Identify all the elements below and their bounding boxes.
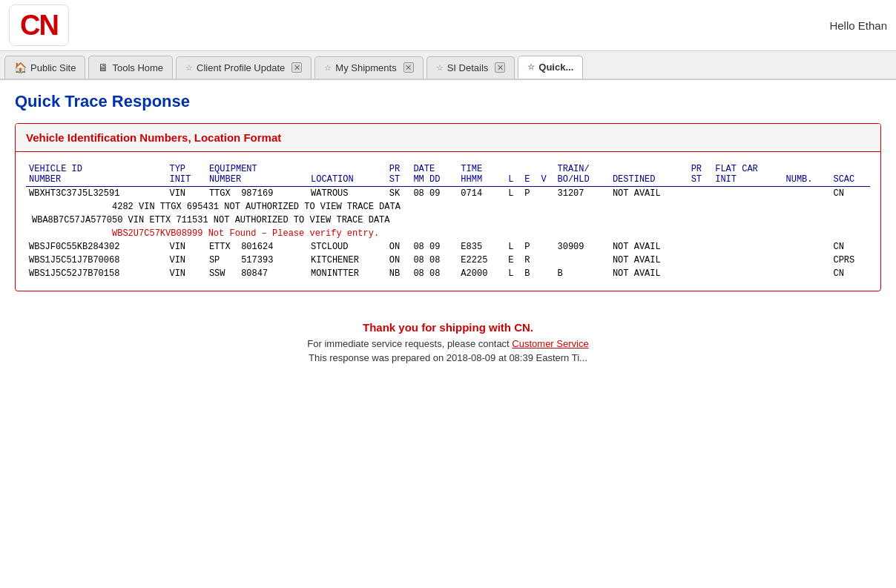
cell-pr-st2: [688, 254, 713, 267]
cell-destined: NOT AVAIL: [610, 267, 688, 280]
col-destined: DESTINED: [610, 162, 688, 187]
col-date: DATEMM DD: [410, 162, 458, 187]
col-e: E: [521, 162, 538, 187]
tab-public-site[interactable]: 🏠 Public Site: [4, 56, 85, 79]
cell-destined: NOT AVAIL: [610, 187, 688, 201]
cell-train: 30909: [555, 240, 610, 254]
col-flat-init: FLAT CARINIT: [712, 162, 783, 187]
tab-si-details[interactable]: ☆ SI Details ✕: [426, 56, 515, 79]
cell-scac: CN: [830, 240, 870, 254]
cell-message: WBA8B7C57JA577050 VIN ETTX 711531 NOT AU…: [26, 214, 870, 227]
footer-thank-you: Thank you for shipping with CN.: [30, 321, 866, 334]
cell-flat-init: [712, 267, 783, 280]
table-row: WBSJF0C55KB284302 VIN ETTX 801624 STCLOU…: [26, 240, 870, 254]
cell-e: P: [521, 187, 538, 201]
cell-pr-st: NB: [386, 267, 411, 280]
cell-v: [538, 254, 554, 267]
cell-vehicle-id: WBXHT3C37J5L32591: [26, 187, 166, 201]
cell-location: WATROUS: [308, 187, 386, 201]
col-train: TRAIN/BO/HLD: [555, 162, 610, 187]
cell-pr-st2: [688, 240, 713, 254]
cell-typ: VIN: [166, 187, 205, 201]
tab-label-si-details: SI Details: [447, 62, 489, 73]
cell-flat-init: [712, 240, 783, 254]
footer-contact: For immediate service requests, please c…: [30, 338, 866, 349]
cell-vehicle-id: WBS1J5C51J7B70068: [26, 254, 166, 267]
close-btn-my-shipments[interactable]: ✕: [403, 62, 414, 73]
footer-prepared: This response was prepared on 2018-08-09…: [30, 352, 866, 363]
footer-contact-text: For immediate service requests, please c…: [307, 338, 512, 349]
tab-my-shipments[interactable]: ☆ My Shipments ✕: [314, 56, 423, 79]
cell-flat-init: [712, 254, 783, 267]
cell-typ: VIN: [166, 267, 205, 280]
col-time: TIMEHHMM: [458, 162, 505, 187]
tabs-bar: 🏠 Public Site 🖥 Tools Home ☆ Client Prof…: [0, 51, 896, 80]
cell-time: E2225: [458, 254, 505, 267]
cell-destined: NOT AVAIL: [610, 240, 688, 254]
greeting-text: Hello Ethan: [829, 19, 887, 32]
cell-train: 31207: [555, 187, 610, 201]
close-btn-client-profile[interactable]: ✕: [291, 62, 302, 73]
cell-time: A2000: [458, 267, 505, 280]
cell-vehicle-id: WBSJF0C55KB284302: [26, 240, 166, 254]
table-header-row: VEHICLE IDNUMBER TYPINIT EQUIPMENTNUMBER…: [26, 162, 870, 187]
cell-flat-num: [783, 254, 831, 267]
cell-flat-init: [712, 187, 783, 201]
cell-pr-st2: [688, 187, 713, 201]
table-row: WBXHT3C37J5L32591 VIN TTGX 987169 WATROU…: [26, 187, 870, 201]
cell-date: 08 08: [410, 267, 458, 280]
pin-icon-si: ☆: [436, 63, 444, 73]
cell-time: E835: [458, 240, 505, 254]
cell-l: L: [505, 267, 521, 280]
tab-label-my-shipments: My Shipments: [335, 62, 396, 73]
cell-scac: CPRS: [830, 254, 870, 267]
tab-label-tools-home: Tools Home: [112, 62, 163, 73]
tab-tools-home[interactable]: 🖥 Tools Home: [88, 56, 173, 79]
table-row: WBS1J5C51J7B70068 VIN SP 517393 KITCHENE…: [26, 254, 870, 267]
cell-flat-num: [783, 267, 831, 280]
col-v: V: [538, 162, 554, 187]
pin-icon-shipments: ☆: [324, 63, 332, 73]
cell-time: 0714: [458, 187, 505, 201]
cell-date: 08 09: [410, 240, 458, 254]
footer-section: Thank you for shipping with CN. For imme…: [15, 306, 881, 378]
cell-typ: VIN: [166, 254, 205, 267]
col-l: L: [505, 162, 521, 187]
cell-pr-st2: [688, 267, 713, 280]
table-row: WBS1J5C52J7B70158 VIN SSW 80847 MONINTTE…: [26, 267, 870, 280]
cell-message: 4282 VIN TTGX 695431 NOT AUTHORIZED TO V…: [26, 200, 870, 214]
section-header-text: Vehicle Identification Numbers, Location…: [26, 131, 281, 144]
section-header: Vehicle Identification Numbers, Location…: [16, 124, 880, 152]
cell-v: [538, 187, 554, 201]
vin-section: Vehicle Identification Numbers, Location…: [15, 123, 881, 291]
cell-l: L: [505, 187, 521, 201]
cell-train: B: [555, 267, 610, 280]
cell-destined: NOT AVAIL: [610, 254, 688, 267]
cell-e: R: [521, 254, 538, 267]
close-btn-si-details[interactable]: ✕: [495, 62, 505, 73]
tab-label-quick-trace: Quick...: [538, 62, 573, 73]
cell-equip: TTGX 987169: [206, 187, 308, 201]
col-pr-st: PRST: [386, 162, 411, 187]
cn-logo: CN: [20, 11, 58, 39]
cell-pr-st: SK: [386, 187, 411, 201]
cell-e: B: [521, 267, 538, 280]
col-location: LOCATION: [308, 162, 386, 187]
cell-vehicle-id: WBS1J5C52J7B70158: [26, 267, 166, 280]
cell-e: P: [521, 240, 538, 254]
col-vehicle-id: VEHICLE IDNUMBER: [26, 162, 166, 187]
cell-not-found: WBS2U7C57KVB08999 Not Found – Please ver…: [26, 227, 870, 240]
cell-equip: SP 517393: [206, 254, 308, 267]
tab-client-profile[interactable]: ☆ Client Profile Update ✕: [176, 56, 312, 79]
customer-service-link[interactable]: Customer Service: [512, 338, 588, 349]
header: CN Hello Ethan: [0, 0, 896, 51]
tab-quick-trace[interactable]: ☆ Quick...: [518, 56, 583, 79]
cell-equip: SSW 80847: [206, 267, 308, 280]
trace-table: VEHICLE IDNUMBER TYPINIT EQUIPMENTNUMBER…: [26, 162, 870, 280]
tab-label-public-site: Public Site: [30, 62, 76, 73]
cell-equip: ETTX 801624: [206, 240, 308, 254]
cell-pr-st: ON: [386, 254, 411, 267]
home-icon: 🏠: [14, 62, 27, 73]
table-row: WBA8B7C57JA577050 VIN ETTX 711531 NOT AU…: [26, 214, 870, 227]
logo-container: CN: [9, 4, 69, 46]
